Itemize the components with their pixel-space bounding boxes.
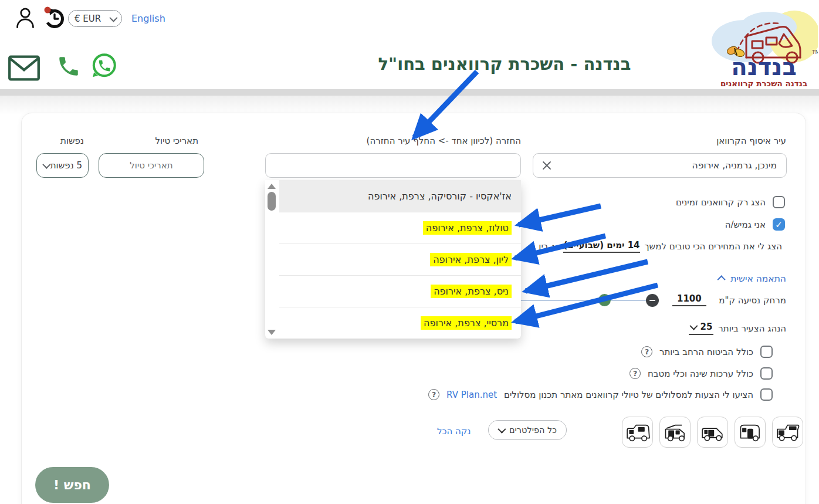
available-only-checkbox[interactable] — [773, 196, 785, 208]
insurance-row: כולל הביטוח הרחב ביותר ? — [641, 346, 773, 358]
chevron-down-icon — [690, 322, 698, 330]
chevron-down-icon — [42, 161, 50, 169]
chevron-down-icon[interactable] — [553, 242, 561, 250]
personalization-title: התאמה אישית — [730, 273, 786, 284]
flexible-row: ✓ אני גמיש/ה — [725, 218, 785, 231]
help-icon[interactable]: ? — [641, 346, 652, 357]
persons-value: 5 נפשות — [50, 160, 82, 171]
dropdown-item[interactable]: מרסיי, צרפת, אירופה — [279, 307, 521, 339]
kits-row: כולל ערכות שינה וכלי מטבח ? — [630, 367, 773, 380]
dropdown-item-label: אז'אקסיו - קורסיקה, צרפת, אירופה — [368, 191, 512, 202]
clear-pickup-icon[interactable] — [541, 160, 553, 171]
flexible-checkbox[interactable]: ✓ — [773, 218, 785, 231]
routes-checkbox[interactable] — [760, 388, 773, 401]
logo-tagline: בנדנה השכרת קרוואנים — [720, 79, 807, 88]
dropdown-item[interactable]: ליון, צרפת, אירופה — [279, 243, 521, 275]
mail-icon[interactable] — [8, 55, 40, 84]
user-account-icon[interactable] — [14, 4, 36, 33]
dropdown-item[interactable]: טולוז, צרפת, אירופה — [279, 212, 521, 243]
check-icon: ✓ — [775, 219, 783, 230]
return-city-label: החזרה (לכיוון אחד -> החלף עיר החזרה) — [367, 136, 521, 146]
vehicle-type-van-icon[interactable] — [697, 417, 728, 448]
routes-label: הציעו לי הצעות למסלולים של טיולי קרוואני… — [504, 390, 753, 400]
insurance-label: כולל הביטוח הרחב ביותר — [659, 347, 753, 357]
persons-select[interactable]: 5 נפשות — [36, 153, 89, 178]
rv-plan-link[interactable]: RV Plan.net — [446, 390, 497, 400]
help-icon[interactable]: ? — [428, 389, 439, 400]
vehicle-type-semi-integrated-roof-icon[interactable] — [659, 417, 691, 448]
pickup-city-input[interactable] — [533, 153, 787, 178]
dropdown-item[interactable]: אז'אקסיו - קורסיקה, צרפת, אירופה — [279, 180, 521, 212]
dropdown-item[interactable]: ניס, צרפת, אירופה — [279, 275, 521, 307]
all-filters-label: כל הפילטרים — [509, 425, 557, 435]
phone-icon[interactable] — [56, 54, 81, 81]
history-icon[interactable] — [42, 5, 66, 32]
trip-dates-input[interactable] — [99, 153, 204, 178]
all-filters-button[interactable]: כל הפילטרים — [488, 420, 567, 440]
personalization-toggle[interactable]: התאמה אישית — [719, 273, 786, 284]
flexible-label: אני גמיש/ה — [725, 219, 766, 230]
routes-row: הציעו לי הצעות למסלולים של טיולי קרוואני… — [428, 388, 773, 401]
available-only-row: הצג רק קרוואנים זמינים — [676, 196, 785, 208]
available-only-label: הצג רק קרוואנים זמינים — [676, 197, 766, 208]
persons-label: נפשות — [60, 136, 84, 146]
vehicle-type-alcove-icon[interactable] — [772, 417, 803, 448]
distance-value[interactable]: 1100 — [672, 293, 706, 306]
chevron-down-icon — [109, 13, 117, 22]
scroll-up-icon[interactable] — [268, 184, 276, 189]
insurance-checkbox[interactable] — [760, 346, 773, 358]
scroll-down-icon[interactable] — [268, 330, 276, 335]
best-prices-prefix: הצג לי את המחירים הכי טובים למשך — [645, 241, 782, 252]
best-prices-row: הצג לי את המחירים הכי טובים למשך 14 ימים… — [539, 240, 782, 253]
vehicle-type-campervan-icon[interactable] — [622, 417, 653, 448]
dropdown-item-label: ליון, צרפת, אירופה — [430, 253, 512, 266]
trip-dates-label: תאריכי טיול — [155, 136, 198, 146]
kits-label: כולל ערכות שינה וכלי מטבח — [648, 368, 753, 379]
search-button[interactable]: חפש ! — [35, 467, 109, 503]
clear-all-link[interactable]: נקה הכל — [437, 426, 471, 437]
pickup-city-label: עיר איסוף הקרוואן — [716, 136, 786, 146]
vehicle-type-filters — [622, 417, 803, 448]
language-link[interactable]: English — [131, 13, 165, 24]
distance-slider-thumb[interactable] — [598, 294, 611, 306]
return-city-input[interactable] — [265, 153, 521, 178]
vehicle-type-caravan-trailer-icon[interactable] — [735, 417, 766, 448]
brand-logo[interactable]: בנדנה TM בנדנה השכרת קרוואנים — [705, 0, 818, 95]
whatsapp-icon[interactable] — [90, 52, 118, 82]
best-prices-suffix: בין — [539, 241, 548, 252]
youngest-driver-label: הנהג הצעיר ביותר — [718, 323, 786, 334]
return-city-dropdown: אז'אקסיו - קורסיקה, צרפת, אירופה טולוז, … — [265, 180, 521, 339]
youngest-driver-value: 25 — [700, 322, 712, 332]
logo-brand-text: בנדנה — [731, 53, 797, 80]
header-divider — [0, 89, 819, 96]
best-prices-duration[interactable]: 14 ימים (שבועיים) — [563, 240, 639, 253]
page-title: בנדנה - השכרת קרוואנים בחו"ל — [329, 54, 681, 74]
scrollbar-thumb[interactable] — [268, 192, 276, 211]
kits-checkbox[interactable] — [760, 367, 773, 380]
dropdown-item-label: ניס, צרפת, אירופה — [431, 285, 512, 298]
dropdown-item-label: טולוז, צרפת, אירופה — [423, 221, 512, 235]
currency-select[interactable]: € EUR — [68, 10, 122, 27]
dropdown-scrollbar[interactable] — [267, 182, 276, 336]
youngest-driver-select[interactable]: 25 — [689, 322, 713, 335]
distance-decrease-button[interactable] — [646, 294, 659, 307]
chevron-down-icon — [498, 425, 506, 434]
help-icon[interactable]: ? — [630, 368, 641, 379]
header-divider-fade — [0, 96, 819, 114]
currency-value: € EUR — [75, 13, 101, 24]
distance-label: מרחק נסיעה ק"מ — [719, 295, 786, 306]
dropdown-item-label: מרסיי, צרפת, אירופה — [421, 316, 512, 330]
distance-slider-track[interactable] — [521, 300, 646, 301]
youngest-driver-row: הנהג הצעיר ביותר 25 — [689, 322, 786, 335]
logo-trademark: TM — [811, 49, 818, 55]
page: € EUR English בנדנה - השכרת קרוואנים בחו… — [0, 0, 819, 504]
